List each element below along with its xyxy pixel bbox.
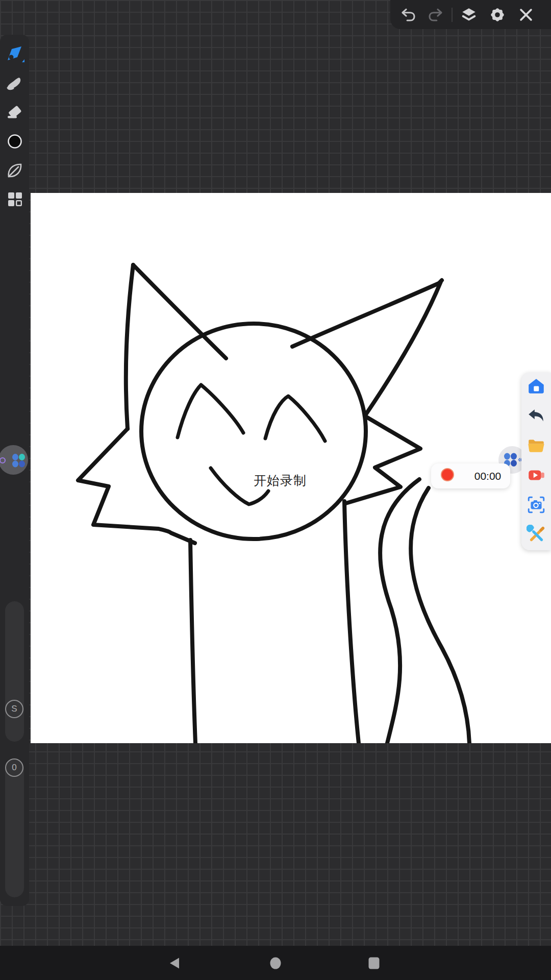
leaf-icon xyxy=(5,160,25,181)
tools-icon xyxy=(527,525,546,544)
app-screen: 开始录制 xyxy=(0,0,551,980)
android-nav-bar xyxy=(0,946,551,980)
nav-home-icon xyxy=(268,955,283,971)
opacity-slider-handle[interactable]: 0 xyxy=(5,758,23,777)
eraser-icon xyxy=(5,102,25,122)
eraser-tool-button[interactable] xyxy=(4,101,26,124)
undo-button[interactable] xyxy=(397,4,420,26)
tools-button[interactable] xyxy=(525,523,547,546)
nav-home-button[interactable] xyxy=(255,946,296,980)
recording-toast: 开始录制 xyxy=(254,472,307,489)
assistive-bubble-left[interactable] xyxy=(0,445,28,475)
screenshot-button[interactable] xyxy=(525,494,547,516)
back-button[interactable] xyxy=(525,405,547,427)
pattern-grid-icon xyxy=(5,189,25,209)
close-button[interactable] xyxy=(515,4,537,26)
redo-icon xyxy=(427,6,444,23)
color-swatch xyxy=(5,131,25,152)
home-icon xyxy=(527,377,546,396)
pattern-grid-button[interactable] xyxy=(4,188,26,210)
record-pill[interactable]: 00:00 xyxy=(431,463,510,488)
gear-icon xyxy=(489,6,506,23)
folder-icon xyxy=(527,436,546,455)
brush-tool-button[interactable] xyxy=(4,42,26,65)
color-swatch-button[interactable] xyxy=(4,130,26,153)
settings-button[interactable] xyxy=(486,4,509,26)
nav-back-icon xyxy=(167,955,182,971)
smudge-tool-button[interactable] xyxy=(4,72,26,94)
screenshot-icon xyxy=(527,495,546,514)
record-timer: 00:00 xyxy=(465,463,511,488)
folder-button[interactable] xyxy=(525,434,547,457)
undo-icon xyxy=(400,6,417,23)
size-slider[interactable] xyxy=(5,601,24,742)
top-bar xyxy=(390,0,551,29)
nav-recents-icon xyxy=(366,955,382,971)
home-button[interactable] xyxy=(525,375,547,398)
layers-button[interactable] xyxy=(458,4,480,26)
record-dot[interactable] xyxy=(441,468,454,481)
top-bar-divider xyxy=(452,8,453,22)
size-slider-handle[interactable]: S xyxy=(5,700,23,718)
nav-back-button[interactable] xyxy=(154,946,195,980)
opacity-slider-label: 0 xyxy=(12,763,16,773)
back-arrow-icon xyxy=(527,406,546,426)
brush-icon xyxy=(5,43,25,64)
smudge-icon xyxy=(5,73,25,93)
redo-button[interactable] xyxy=(424,4,446,26)
video-button[interactable] xyxy=(525,464,547,486)
nav-recents-button[interactable] xyxy=(354,946,394,980)
quad-dots-icon xyxy=(0,445,28,475)
opacity-slider[interactable] xyxy=(5,760,24,897)
close-icon xyxy=(517,6,535,23)
video-icon xyxy=(527,465,546,485)
leaf-tool-button[interactable] xyxy=(4,159,26,182)
layers-icon xyxy=(460,6,478,23)
size-slider-label: S xyxy=(11,704,17,714)
right-floating-toolbar xyxy=(521,373,551,550)
